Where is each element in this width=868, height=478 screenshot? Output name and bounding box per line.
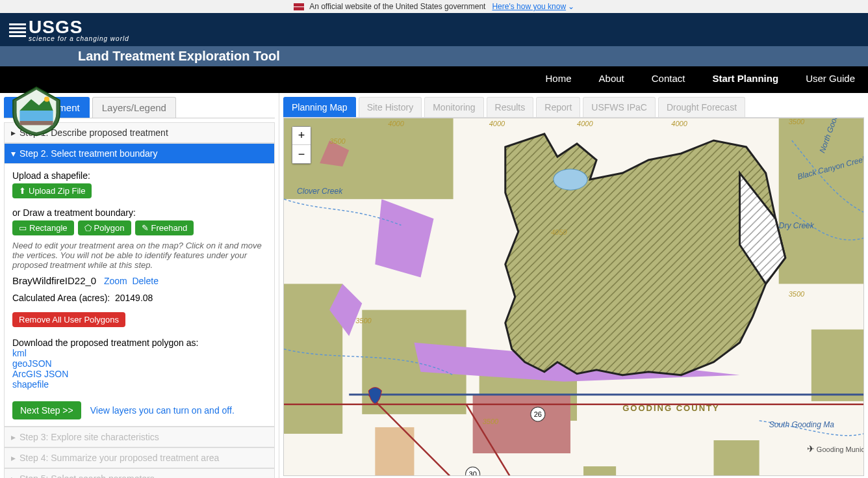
area-label: Calculated Area (acres):: [12, 293, 110, 303]
sidebar: Plan Treatment Layers/Legend ▸Step 1: De…: [0, 93, 279, 478]
blm-badge-icon: [8, 85, 65, 137]
nav-about[interactable]: About: [599, 73, 624, 84]
remove-all-polygons-button[interactable]: Remove All User Polygons: [12, 312, 125, 327]
nav-home[interactable]: Home: [546, 73, 572, 84]
gov-banner-link[interactable]: Here's how you know: [492, 2, 566, 11]
main-area: Plan Treatment Layers/Legend ▸Step 1: De…: [0, 93, 868, 478]
tool-title-bar: Land Treatment Exploration Tool: [0, 46, 868, 66]
svg-text:4000: 4000: [489, 120, 505, 127]
svg-rect-0: [19, 111, 53, 121]
tool-title: Land Treatment Exploration Tool: [78, 49, 280, 63]
zoom-out-button[interactable]: −: [292, 145, 311, 163]
usgs-header: USGS science for a changing world: [0, 13, 868, 46]
usgs-tagline: science for a changing world: [29, 35, 129, 42]
dl-arcgisjson[interactable]: ArcGIS JSON: [12, 369, 68, 379]
svg-text:3500: 3500: [329, 137, 346, 145]
delete-link[interactable]: Delete: [132, 276, 158, 286]
svg-point-1: [44, 96, 49, 101]
svg-text:4000: 4000: [577, 120, 593, 127]
svg-text:3500: 3500: [789, 291, 805, 299]
gov-banner: An official website of the United States…: [0, 0, 868, 13]
chevron-down-icon: ⌄: [568, 2, 574, 11]
polygon-icon: ⬠: [84, 223, 92, 233]
freehand-icon: ✎: [142, 223, 149, 233]
svg-text:4050: 4050: [551, 228, 567, 236]
svg-text:4000: 4000: [671, 120, 687, 127]
county-label: GOODING COUNTY: [622, 403, 720, 413]
zoom-link[interactable]: Zoom: [104, 276, 127, 286]
svg-text:Dry Creek: Dry Creek: [779, 221, 815, 230]
us-flag-icon: [294, 3, 304, 10]
svg-text:3500: 3500: [483, 418, 499, 425]
svg-text:30: 30: [469, 470, 477, 475]
svg-rect-12: [583, 466, 616, 475]
map-svg: 26 30 4000 4000 4000 4000 3500 3500 3500…: [284, 118, 863, 475]
dl-shapefile[interactable]: shapefile: [12, 379, 49, 390]
nav-start-planning[interactable]: Start Planning: [712, 73, 778, 84]
tab-results[interactable]: Results: [487, 97, 534, 117]
tab-usfws-ipac[interactable]: USFWS IPaC: [583, 97, 656, 117]
lake: [554, 169, 587, 190]
svg-rect-2: [19, 121, 53, 125]
area-value: 20149.08: [115, 293, 153, 303]
svg-rect-10: [811, 330, 863, 401]
caret-down-icon: ▾: [11, 148, 16, 159]
usgs-logo[interactable]: USGS science for a changing world: [9, 17, 129, 42]
header-wrap: Land Treatment Exploration Tool Home Abo…: [0, 46, 868, 93]
area-row: Calculated Area (acres): 20149.08: [12, 293, 266, 303]
polygon-row: BrayWildfireID22_0 Zoom Delete: [12, 275, 266, 286]
dl-kml[interactable]: kml: [12, 348, 27, 358]
tab-layers-legend[interactable]: Layers/Legend: [92, 97, 176, 118]
draw-rectangle-button[interactable]: ▭Rectangle: [12, 220, 74, 235]
upload-label: Upload a shapefile:: [12, 170, 266, 181]
usgs-name: USGS: [29, 17, 83, 37]
svg-text:4000: 4000: [388, 120, 404, 127]
zoom-control: + −: [292, 126, 311, 164]
caret-right-icon: ▸: [11, 432, 16, 442]
step-4-header[interactable]: ▸Step 4: Summarize your proposed treatme…: [4, 447, 275, 468]
map-canvas[interactable]: + −: [283, 118, 864, 476]
content-panel: Planning Map Site History Monitoring Res…: [279, 93, 868, 478]
svg-text:Clover Creek: Clover Creek: [297, 187, 343, 196]
content-tabs: Planning Map Site History Monitoring Res…: [283, 97, 864, 118]
usgs-wave-icon: [9, 21, 26, 38]
svg-rect-11: [713, 440, 759, 475]
next-step-button[interactable]: Next Step >>: [12, 401, 81, 419]
edit-hint: Need to edit your treatment area on the …: [12, 241, 266, 270]
caret-right-icon: ▸: [11, 453, 16, 463]
polygon-name: BrayWildfireID22_0: [12, 275, 96, 286]
download-label: Download the proposed treatment polygon …: [12, 338, 266, 348]
nav-user-guide[interactable]: User Guide: [806, 73, 855, 84]
nav-contact[interactable]: Contact: [652, 73, 685, 84]
tab-drought-forecast[interactable]: Drought Forecast: [658, 97, 745, 117]
dl-geojson[interactable]: geoJSON: [12, 358, 52, 369]
draw-freehand-button[interactable]: ✎Freehand: [135, 220, 194, 235]
zoom-in-button[interactable]: +: [292, 127, 311, 145]
draw-polygon-button[interactable]: ⬠Polygon: [78, 220, 131, 235]
rectangle-icon: ▭: [19, 223, 27, 233]
step-2-body: Upload a shapefile: ⬆Upload Zip File or …: [4, 164, 275, 427]
steps-accordion: ▸Step 1: Describe proposed treatment ▾St…: [4, 122, 275, 478]
route-26-shield: 26: [531, 407, 545, 421]
gov-banner-text: An official website of the United States…: [309, 2, 485, 11]
tab-monitoring[interactable]: Monitoring: [424, 97, 483, 117]
tab-planning-map[interactable]: Planning Map: [283, 97, 356, 117]
svg-text:26: 26: [534, 410, 542, 418]
view-layers-link[interactable]: View layers you can turn on and off.: [90, 405, 235, 416]
svg-text:3500: 3500: [789, 118, 805, 126]
draw-label: or Draw a treatment boundary:: [12, 207, 266, 218]
step-5-header[interactable]: ▸Step 5: Select search parameters: [4, 468, 275, 478]
svg-text:3500: 3500: [355, 317, 372, 325]
caret-right-icon: ▸: [11, 473, 16, 478]
svg-text:✈: ✈: [807, 444, 815, 454]
tab-report[interactable]: Report: [536, 97, 580, 117]
svg-text:South Gooding Ma: South Gooding Ma: [769, 420, 835, 429]
step-3-header[interactable]: ▸Step 3: Explore site characteristics: [4, 427, 275, 447]
svg-text:Gooding Municipal Airp: Gooding Municipal Airp: [817, 445, 863, 453]
upload-zip-button[interactable]: ⬆Upload Zip File: [12, 183, 92, 198]
step-2-header[interactable]: ▾Step 2. Select treatment boundary: [4, 143, 275, 164]
upload-icon: ⬆: [19, 186, 26, 196]
nav-bar: Home About Contact Start Planning User G…: [0, 66, 868, 93]
tab-site-history[interactable]: Site History: [359, 97, 422, 117]
